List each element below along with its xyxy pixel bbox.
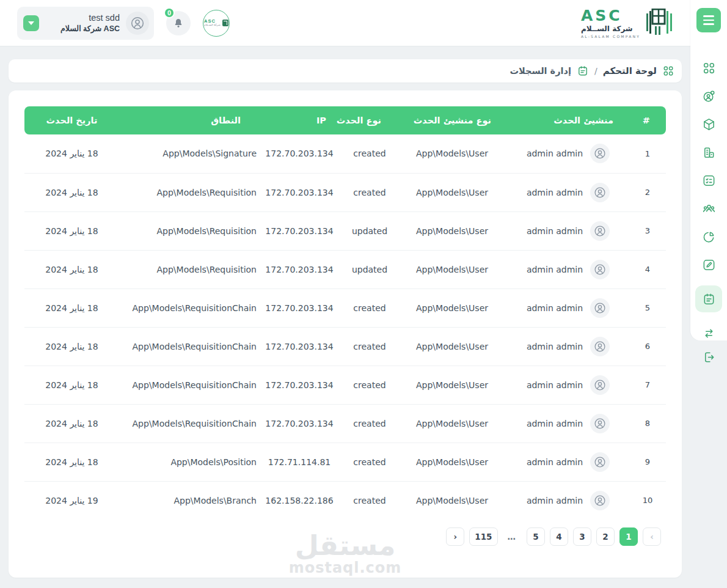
- creator-type: App\Models\User: [397, 173, 507, 211]
- event-date: 18 يناير 2024: [24, 366, 119, 404]
- row-index: 6: [629, 327, 666, 366]
- person-icon: [593, 301, 607, 315]
- sidebar-item-company-branches[interactable]: [701, 145, 716, 160]
- company-logo-button[interactable]: ASC شركة الســلام: [203, 10, 230, 37]
- event-type: created: [342, 288, 397, 327]
- table-row: 1 admin admin App\Models\User created 17…: [24, 134, 666, 173]
- ip-address: 172.70.203.134: [257, 404, 342, 443]
- event-type: created: [342, 134, 397, 173]
- row-index: 4: [629, 250, 666, 288]
- event-date: 18 يناير 2024: [24, 288, 119, 327]
- creator-name: admin admin: [527, 188, 583, 197]
- column-scope: النطاق: [119, 106, 257, 134]
- ip-address: 172.70.203.134: [257, 250, 342, 288]
- event-type: created: [342, 481, 397, 520]
- creator-avatar: [590, 491, 610, 510]
- event-date: 18 يناير 2024: [24, 327, 119, 366]
- event-date: 18 يناير 2024: [24, 443, 119, 481]
- ip-address: 172.70.203.134: [257, 366, 342, 404]
- event-date: 18 يناير 2024: [24, 134, 119, 173]
- brand-name: ASC: [581, 8, 623, 23]
- watermark-domain: mostaql.com: [24, 560, 666, 575]
- event-date: 18 يناير 2024: [24, 404, 119, 443]
- table-row: 8 admin admin App\Models\User created 17…: [24, 404, 666, 443]
- row-index: 5: [629, 288, 666, 327]
- breadcrumb: لوحة التحكم / إدارة السجلات: [9, 59, 682, 83]
- creator-avatar: [590, 144, 610, 163]
- sidebar-item-reports[interactable]: [701, 229, 716, 244]
- asc-emblem-icon: [646, 9, 675, 38]
- brand-arabic-name: شركة الســلام: [581, 24, 633, 33]
- event-date: 18 يناير 2024: [24, 250, 119, 288]
- sidebar-nav: [695, 61, 722, 340]
- topbar: ASC شركة الســلام AL-SALAM COMPANY ASC ش…: [0, 0, 690, 46]
- sidebar-item-logout[interactable]: [690, 350, 727, 364]
- creator-name: admin admin: [527, 226, 583, 236]
- grid-icon: [702, 61, 716, 75]
- creator-type: App\Models\User: [397, 288, 507, 327]
- row-index: 7: [629, 366, 666, 404]
- person-icon: [593, 147, 607, 160]
- scope: App\Models\Branch: [174, 496, 257, 505]
- creator-avatar: [590, 183, 610, 202]
- table-header-row: # منشيئ الحدث نوع منشيئ الحدث نوع الحدث …: [24, 106, 666, 134]
- person-icon: [593, 378, 607, 392]
- ip-address: 172.71.114.81: [257, 443, 342, 481]
- mini-brand-sub: شركة الســلام: [204, 23, 221, 27]
- person-icon: [593, 263, 607, 276]
- breadcrumb-dashboard-link[interactable]: لوحة التحكم: [603, 65, 657, 76]
- creator-type: App\Models\User: [397, 327, 507, 366]
- breadcrumb-separator: /: [594, 66, 597, 76]
- ip-address: 162.158.22.186: [257, 481, 342, 520]
- user-avatar: [126, 12, 149, 35]
- creator-type: App\Models\User: [397, 366, 507, 404]
- ip-address: 172.70.203.134: [257, 211, 342, 250]
- notifications-button[interactable]: 0: [166, 11, 191, 35]
- scope: App\Models\RequisitionChain: [133, 380, 257, 390]
- sidebar-item-products[interactable]: [701, 117, 716, 131]
- table-body: 1 admin admin App\Models\User created 17…: [24, 134, 666, 520]
- sidebar-item-transfers[interactable]: [701, 326, 716, 340]
- table-row: 4 admin admin App\Models\User updated 17…: [24, 250, 666, 288]
- creator-avatar: [590, 452, 610, 472]
- user-company: شركة السلام ASC: [60, 24, 120, 33]
- sidebar-item-user-roles[interactable]: [701, 89, 716, 103]
- logs-table-card: # منشيئ الحدث نوع منشيئ الحدث نوع الحدث …: [9, 90, 682, 578]
- creator-avatar: [590, 375, 610, 395]
- sidebar-item-requisitions[interactable]: [701, 173, 716, 188]
- event-type: created: [342, 366, 397, 404]
- breadcrumb-current-page[interactable]: إدارة السجلات: [510, 66, 571, 76]
- ip-address: 172.70.203.134: [257, 173, 342, 211]
- sidebar-item-employees[interactable]: [701, 201, 716, 216]
- ip-address: 172.70.203.134: [257, 134, 342, 173]
- scope: App\Models\RequisitionChain: [133, 303, 257, 313]
- scope: App\Models\RequisitionChain: [133, 419, 257, 428]
- column-event-type: نوع الحدث: [342, 106, 397, 134]
- sidebar-item-logs[interactable]: [695, 285, 722, 312]
- table-row: 7 admin admin App\Models\User created 17…: [24, 366, 666, 404]
- event-type: created: [342, 404, 397, 443]
- creator-type: App\Models\User: [397, 134, 507, 173]
- brand-logo: ASC شركة الســلام AL-SALAM COMPANY: [581, 8, 675, 39]
- transfer-arrows-icon: [702, 326, 716, 340]
- column-index: #: [629, 106, 666, 134]
- event-type: updated: [342, 211, 397, 250]
- notepad-icon: [702, 292, 716, 306]
- topbar-actions: ASC شركة الســلام 0: [17, 7, 230, 40]
- chevron-down-icon[interactable]: [23, 15, 39, 31]
- scope: App\Models\Requisition: [157, 226, 257, 236]
- sidebar-item-dashboard[interactable]: [701, 61, 716, 75]
- row-index: 2: [629, 173, 666, 211]
- person-icon: [593, 455, 607, 469]
- person-icon: [593, 340, 607, 353]
- app-screen: ASC شركة الســلام AL-SALAM COMPANY ASC ش…: [0, 0, 727, 588]
- watermark: مستقل mostaql.com: [24, 532, 666, 575]
- person-icon: [593, 186, 607, 199]
- row-index: 9: [629, 443, 666, 481]
- user-menu[interactable]: test sdd شركة السلام ASC: [17, 7, 154, 40]
- grid-icon: [662, 65, 674, 77]
- hamburger-menu-button[interactable]: [696, 8, 721, 32]
- table-row: 9 admin admin App\Models\User created 17…: [24, 443, 666, 481]
- creator-name: admin admin: [527, 496, 583, 505]
- sidebar-item-contracts[interactable]: [701, 257, 716, 272]
